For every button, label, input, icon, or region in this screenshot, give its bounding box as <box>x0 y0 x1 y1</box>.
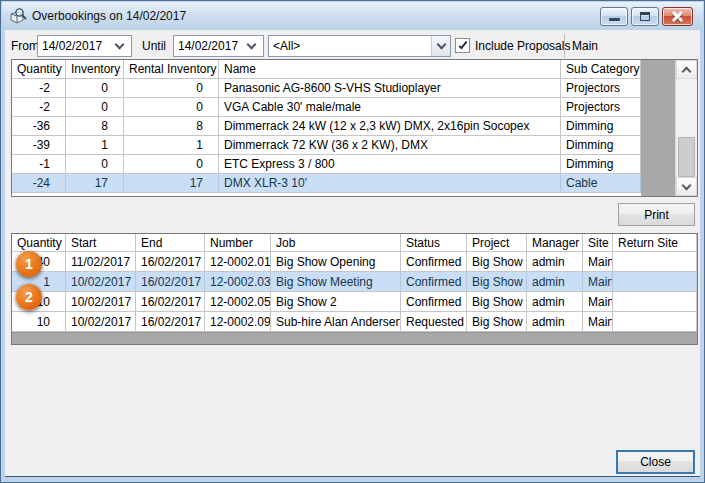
table-row[interactable]: 1010/02/201716/02/201712-0002.05Big Show… <box>12 292 697 312</box>
print-button-label: Print <box>644 208 669 222</box>
column-header[interactable]: Status <box>401 234 467 251</box>
table-row[interactable]: -100ETC Express 3 / 800Dimming <box>12 155 641 174</box>
table-cell: VGA Cable 30' male/male <box>219 98 561 116</box>
category-value: <All> <box>269 39 431 53</box>
column-header[interactable]: Start <box>66 234 136 251</box>
window-title: Overbookings on 14/02/2017 <box>32 9 186 23</box>
title-bar[interactable]: Overbookings on 14/02/2017 <box>2 2 703 30</box>
column-header[interactable]: Quantity <box>12 60 66 78</box>
vertical-scrollbar[interactable] <box>675 60 697 196</box>
column-header[interactable]: Sub Category <box>561 60 641 78</box>
chevron-down-icon <box>115 40 125 50</box>
table-row[interactable]: 110/02/201716/02/201712-0002.03Big Show … <box>12 272 697 292</box>
until-date-combobox[interactable]: 14/02/2017 <box>173 35 264 57</box>
table-cell: DMX XLR-3 10' <box>219 174 561 192</box>
table-cell: 1 <box>124 136 219 154</box>
table-cell: 16/02/2017 <box>136 252 205 271</box>
table-row[interactable]: 1010/02/201716/02/201712-0002.09Sub-hire… <box>12 312 697 332</box>
table-cell: admin <box>527 272 583 291</box>
chevron-down-icon <box>247 40 257 50</box>
maximize-button[interactable] <box>631 7 659 26</box>
table-cell: Big Show <box>467 292 527 311</box>
table-cell: 0 <box>124 155 219 173</box>
table-cell: 0 <box>66 79 124 97</box>
close-button[interactable]: Close <box>616 450 695 474</box>
table-background-filler <box>12 332 697 344</box>
table-cell: Dimmerrack 24 kW (12 x 2,3 kW) DMX, 2x16… <box>219 117 561 135</box>
table-cell: -36 <box>12 117 66 135</box>
table-cell: 0 <box>66 98 124 116</box>
table-cell: Dimmerrack 72 KW (36 x 2 KW), DMX <box>219 136 561 154</box>
table-cell: 0 <box>124 98 219 116</box>
column-header[interactable]: Inventory <box>66 60 124 78</box>
table-cell: 10/02/2017 <box>66 312 136 331</box>
table-cell: 12-0002.05 <box>205 292 271 311</box>
column-header[interactable]: Number <box>205 234 271 251</box>
table-cell: Big Show 2 <box>271 292 401 311</box>
table-cell: 1 <box>66 136 124 154</box>
table-cell: 12-0002.01 <box>205 252 271 271</box>
from-date-combobox[interactable]: 14/02/2017 <box>37 35 132 57</box>
table-header-row: QuantityInventoryRental InventoryNameSub… <box>12 60 641 79</box>
column-header[interactable]: Job <box>271 234 401 251</box>
close-button-label: Close <box>640 455 671 469</box>
column-header[interactable]: Site <box>583 234 613 251</box>
table-cell: 10/02/2017 <box>66 272 136 291</box>
table-cell: 17 <box>124 174 219 192</box>
callout-badge-1: 1 <box>16 251 42 277</box>
table-cell: 8 <box>124 117 219 135</box>
close-window-button[interactable] <box>662 7 693 26</box>
filter-separator <box>564 34 565 58</box>
bookings-detail-table: QuantityStartEndNumberJobStatusProjectMa… <box>11 233 698 345</box>
table-cell: Dimming <box>561 117 641 135</box>
scroll-up-button[interactable] <box>676 60 697 79</box>
table-row[interactable]: -200VGA Cable 30' male/maleProjectors <box>12 98 641 117</box>
table-cell: 8 <box>66 117 124 135</box>
table-cell <box>613 252 697 271</box>
table-background-filler <box>641 60 675 196</box>
table-cell: 16/02/2017 <box>136 312 205 331</box>
minimize-icon <box>609 18 620 21</box>
table-cell: -24 <box>12 174 66 192</box>
overbookings-table-rows: QuantityInventoryRental InventoryNameSub… <box>12 60 697 193</box>
table-cell: 0 <box>66 155 124 173</box>
column-header[interactable]: Return Site <box>613 234 697 251</box>
table-cell: 0 <box>124 79 219 97</box>
table-cell: Big Show Opening <box>271 252 401 271</box>
table-cell: Confirmed <box>401 252 467 271</box>
table-row[interactable]: -3688Dimmerrack 24 kW (12 x 2,3 kW) DMX,… <box>12 117 641 136</box>
table-row[interactable]: -241717DMX XLR-3 10'Cable <box>12 174 641 193</box>
until-label: Until <box>142 39 166 53</box>
column-header[interactable]: Name <box>219 60 561 78</box>
combobox-dropdown-button[interactable] <box>431 36 450 56</box>
from-label: From <box>11 39 39 53</box>
site-filter-value: Main <box>572 39 598 53</box>
column-header[interactable]: Rental Inventory <box>124 60 219 78</box>
chevron-down-icon <box>682 180 692 190</box>
column-header[interactable]: Manager <box>527 234 583 251</box>
scrollbar-thumb[interactable] <box>678 137 695 177</box>
overbookings-icon <box>9 8 27 24</box>
table-cell: Dimming <box>561 136 641 154</box>
table-cell: Main <box>583 312 613 331</box>
overbookings-table: QuantityInventoryRental InventoryNameSub… <box>11 59 698 197</box>
category-combobox[interactable]: <All> <box>268 35 451 57</box>
scroll-down-button[interactable] <box>676 177 697 196</box>
column-header[interactable]: Quantity <box>12 234 66 251</box>
table-row[interactable]: 4011/02/201716/02/201712-0002.01Big Show… <box>12 252 697 272</box>
close-icon <box>671 10 684 23</box>
table-row[interactable]: -3911Dimmerrack 72 KW (36 x 2 KW), DMXDi… <box>12 136 641 155</box>
column-header[interactable]: End <box>136 234 205 251</box>
include-proposals-checkbox[interactable] <box>455 38 470 53</box>
print-button[interactable]: Print <box>618 203 695 226</box>
table-cell: Main <box>583 272 613 291</box>
bookings-detail-table-rows: QuantityStartEndNumberJobStatusProjectMa… <box>12 234 697 332</box>
table-cell: Cable <box>561 174 641 192</box>
table-cell: 12-0002.03 <box>205 272 271 291</box>
table-cell: Big Show Meeting <box>271 272 401 291</box>
minimize-button[interactable] <box>600 7 628 26</box>
column-header[interactable]: Project <box>467 234 527 251</box>
table-row[interactable]: -200Panasonic AG-8600 S-VHS Studioplayer… <box>12 79 641 98</box>
callout-badge-2: 2 <box>16 284 42 310</box>
table-cell: Main <box>583 252 613 271</box>
